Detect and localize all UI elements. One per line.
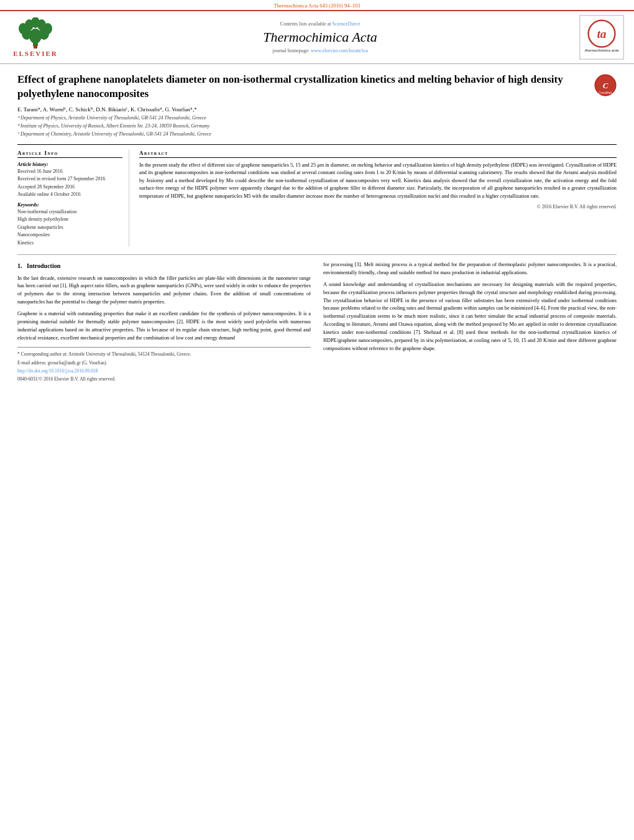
main-two-col: 1. Introduction In the last decade, exte… — [17, 254, 617, 384]
homepage-line: journal homepage: www.elsevier.com/locat… — [68, 48, 572, 53]
journal-center: Contents lists available at ScienceDirec… — [68, 21, 572, 53]
crossmark-icon: C CrossMark — [594, 74, 617, 96]
svg-text:ta: ta — [597, 27, 606, 40]
keywords-label: Keywords: — [17, 202, 122, 208]
ta-logo: ta thermochimica acta — [579, 15, 624, 60]
journal-title: Thermochimica Acta — [68, 29, 572, 45]
right-para1: for processing [3]. Melt mixing process … — [323, 261, 617, 277]
section-label: Introduction — [27, 262, 60, 269]
received-date: Received 16 June 2016 — [17, 168, 122, 175]
email-label: E-mail address: — [17, 360, 47, 366]
right-col: for processing [3]. Melt mixing process … — [323, 261, 617, 384]
article-title-row: Effect of graphene nanoplatelets diamete… — [17, 73, 617, 101]
journal-logo-right: ta thermochimica acta — [577, 15, 627, 60]
homepage-url[interactable]: www.elsevier.com/locate/tca — [311, 48, 368, 53]
keyword-4: Nanocomposites — [17, 231, 122, 239]
article-title: Effect of graphene nanoplatelets diamete… — [17, 73, 588, 101]
svg-text:C: C — [603, 81, 609, 90]
abstract-title: Abstract — [139, 150, 617, 158]
keyword-5: Kinetics — [17, 239, 122, 247]
intro-section-title: 1. Introduction — [17, 261, 311, 271]
right-para2: A sound knowledge and understanding of c… — [323, 281, 617, 353]
page: Thermochimica Acta 643 (2016) 94–103 ELS… — [0, 0, 634, 390]
intro-para2: Graphene is a material with outstanding … — [17, 310, 311, 342]
article-info-title: Article Info — [17, 150, 122, 158]
doi-line[interactable]: http://dx.doi.org/10.1016/j.tca.2016.09.… — [17, 367, 311, 374]
elsevier-tree-icon — [17, 17, 54, 48]
article-info-col: Article Info Article history: Received 1… — [17, 150, 129, 247]
email-line: E-mail address: gvourlia@auth.gr (G. Vou… — [17, 359, 311, 366]
crossmark: C CrossMark — [594, 74, 617, 98]
article-body: Effect of graphene nanoplatelets diamete… — [0, 64, 634, 390]
email-address: gvourlia@auth.gr (G. Vourlias). — [48, 360, 108, 366]
journal-citation-bar: Thermochimica Acta 643 (2016) 94–103 — [0, 0, 634, 10]
received-revised-date: Received in revised form 27 September 20… — [17, 175, 122, 183]
homepage-text: journal homepage: — [272, 48, 310, 53]
section-num: 1. — [17, 262, 22, 269]
elsevier-label: ELSEVIER — [13, 50, 58, 57]
svg-text:CrossMark: CrossMark — [599, 91, 613, 95]
affiliations: ᵃ Department of Physics, Aristotle Unive… — [17, 114, 617, 138]
available-date: Available online 4 October 2016 — [17, 191, 122, 198]
contents-text: Contents lists available at — [280, 21, 331, 27]
issn-line: 0040-6031/© 2016 Elsevier B.V. All right… — [17, 376, 311, 382]
history-label: Article history: — [17, 162, 122, 167]
info-dates: Received 16 June 2016 Received in revise… — [17, 168, 122, 199]
abstract-col: Abstract In the present study the effect… — [139, 150, 617, 247]
affiliation-a: ᵃ Department of Physics, Aristotle Unive… — [17, 114, 617, 122]
corresponding-author: * Corresponding author at: Aristotle Uni… — [17, 351, 311, 358]
keywords-list: Non-isothermal crystallization High dens… — [17, 208, 122, 247]
journal-citation-text: Thermochimica Acta 643 (2016) 94–103 — [274, 2, 361, 9]
intro-para1: In the last decade, extensive research o… — [17, 275, 311, 307]
elsevier-logo: ELSEVIER — [7, 17, 63, 57]
keyword-2: High density polyethylene — [17, 216, 122, 223]
copyright-line: © 2016 Elsevier B.V. All rights reserved… — [139, 204, 617, 210]
affiliation-b: ᵇ Institute of Physics, University of Ro… — [17, 122, 617, 130]
info-abstract-row: Article Info Article history: Received 1… — [17, 144, 617, 247]
keyword-1: Non-isothermal crystallization — [17, 208, 122, 216]
svg-rect-9 — [34, 45, 37, 48]
journal-header: ELSEVIER Contents lists available at Sci… — [0, 10, 634, 64]
affiliation-c: ᶜ Department of Chemistry, Aristotle Uni… — [17, 131, 617, 138]
svg-text:thermochimica acta: thermochimica acta — [585, 48, 619, 52]
footnote-area: * Corresponding author at: Aristotle Uni… — [17, 347, 311, 382]
ta-logo-icon: ta thermochimica acta — [580, 15, 623, 60]
science-direct-link[interactable]: ScienceDirect — [333, 21, 361, 27]
abstract-text: In the present study the effect of diffe… — [139, 162, 617, 200]
left-col: 1. Introduction In the last decade, exte… — [17, 261, 311, 384]
authors-line: E. Taraniᵃ, A. Wurmᵇ, C. Schickᵇ, D.N. B… — [17, 106, 617, 113]
accepted-date: Accepted 28 September 2016 — [17, 183, 122, 191]
keyword-3: Graphene nanoparticles — [17, 224, 122, 231]
contents-line: Contents lists available at ScienceDirec… — [68, 21, 572, 27]
